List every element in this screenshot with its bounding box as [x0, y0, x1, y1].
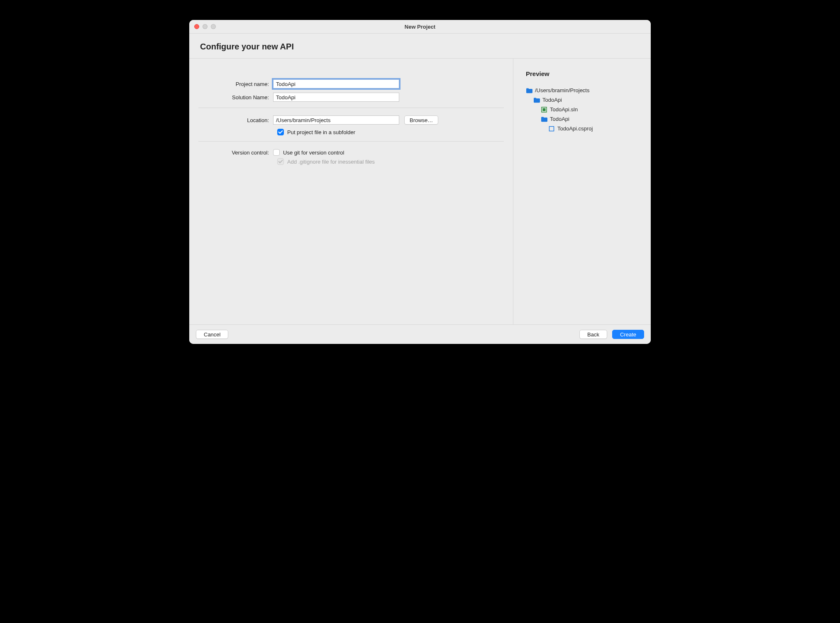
window-controls [194, 24, 216, 29]
solution-name-label: Solution Name: [198, 94, 273, 101]
preview-tree: /Users/bramin/Projects TodoApi TodoApi.s… [526, 86, 643, 133]
dialog-body: Project name: Solution Name: Location: B… [189, 59, 651, 324]
dialog-footer: Cancel Back Create [189, 324, 651, 344]
gitignore-row: Add .gitignore file for inessential file… [277, 158, 504, 165]
solution-name-row: Solution Name: [198, 93, 504, 102]
divider [198, 108, 504, 108]
project-file-icon [548, 126, 555, 132]
project-name-input[interactable] [273, 79, 399, 88]
folder-icon [526, 88, 532, 93]
svg-rect-2 [549, 126, 554, 131]
cancel-button[interactable]: Cancel [196, 330, 228, 339]
close-icon[interactable] [194, 24, 199, 29]
subfolder-checkbox[interactable] [277, 129, 284, 135]
version-control-row: Version control: Use git for version con… [198, 149, 504, 156]
preview-title: Preview [526, 70, 643, 77]
use-git-label: Use git for version control [283, 150, 344, 156]
back-button[interactable]: Back [579, 330, 607, 339]
location-label: Location: [198, 117, 273, 123]
folder-icon [541, 116, 547, 122]
zoom-icon [211, 24, 216, 29]
create-button[interactable]: Create [612, 330, 644, 339]
new-project-dialog: New Project Configure your new API Proje… [189, 20, 651, 344]
page-title: Configure your new API [200, 42, 640, 52]
preview-panel: Preview /Users/bramin/Projects TodoApi T… [513, 59, 651, 324]
tree-root: /Users/bramin/Projects [526, 86, 643, 95]
project-name-label: Project name: [198, 81, 273, 87]
minimize-icon [203, 24, 208, 29]
subfolder-label: Put project file in a subfolder [287, 129, 355, 135]
solution-name-input[interactable] [273, 93, 399, 102]
form-panel: Project name: Solution Name: Location: B… [189, 59, 513, 324]
dialog-header: Configure your new API [189, 34, 651, 59]
browse-button[interactable]: Browse… [404, 115, 438, 125]
tree-project-folder: TodoApi [526, 114, 643, 124]
gitignore-checkbox [277, 158, 284, 165]
use-git-checkbox[interactable] [273, 149, 280, 156]
subfolder-row: Put project file in a subfolder [277, 129, 504, 135]
location-input[interactable] [273, 115, 399, 125]
titlebar: New Project [189, 20, 651, 34]
tree-solution-folder: TodoApi [526, 95, 643, 105]
divider [198, 141, 504, 142]
solution-file-icon [541, 107, 547, 113]
version-control-label: Version control: [198, 150, 273, 156]
folder-icon [533, 97, 540, 103]
project-name-row: Project name: [198, 79, 504, 88]
gitignore-label: Add .gitignore file for inessential file… [287, 159, 375, 165]
location-row: Location: Browse… [198, 115, 504, 125]
window-title: New Project [189, 24, 651, 30]
tree-project-file: TodoApi.csproj [526, 124, 643, 133]
svg-rect-1 [543, 108, 546, 111]
tree-solution-file: TodoApi.sln [526, 105, 643, 114]
